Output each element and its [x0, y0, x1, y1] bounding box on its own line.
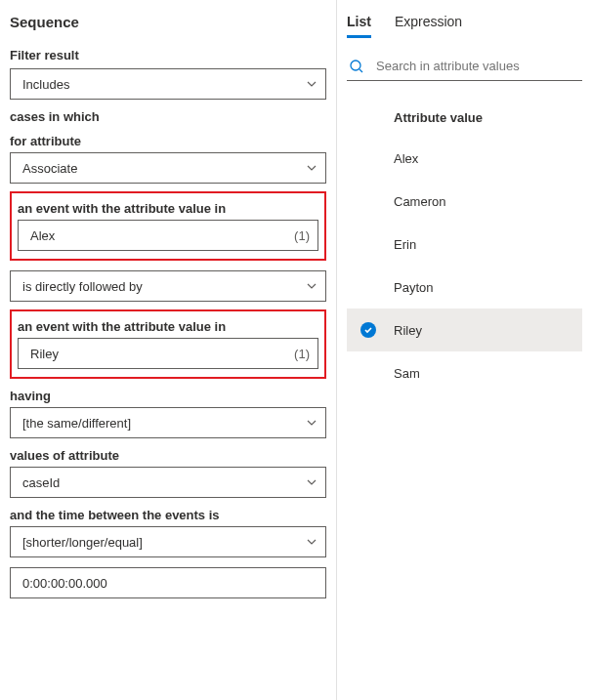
- attribute-item[interactable]: Sam: [347, 351, 582, 394]
- tab-expression[interactable]: Expression: [395, 14, 462, 38]
- search-input[interactable]: [374, 58, 580, 74]
- search-row: [347, 54, 582, 81]
- attribute-item[interactable]: Alex: [347, 137, 582, 180]
- for-attribute-value: Associate: [22, 161, 306, 176]
- having-select[interactable]: [the same/different]: [10, 407, 326, 438]
- sequence-title: Sequence: [10, 14, 326, 30]
- for-attribute-select[interactable]: Associate: [10, 152, 326, 184]
- time-value: 0:00:00:00.000: [22, 576, 107, 591]
- attribute-item[interactable]: Cameron: [347, 180, 582, 223]
- attribute-list: AlexCameronErinPaytonRileySam: [347, 137, 582, 394]
- event2-label: an event with the attribute value in: [18, 319, 318, 334]
- event2-select[interactable]: Riley (1): [18, 338, 318, 369]
- chevron-down-icon: [306, 78, 317, 90]
- event1-label: an event with the attribute value in: [18, 201, 318, 216]
- event1-select[interactable]: Alex (1): [18, 220, 318, 251]
- tab-list[interactable]: List: [347, 14, 371, 38]
- event1-group: an event with the attribute value in Ale…: [10, 191, 326, 261]
- filter-result-label: Filter result: [10, 48, 326, 62]
- chevron-down-icon: [306, 162, 317, 174]
- attribute-item-label: Erin: [394, 237, 416, 252]
- for-attribute-label: for attribute: [10, 134, 326, 148]
- values-attr-value: caseId: [22, 475, 306, 490]
- tabs: List Expression: [347, 14, 582, 38]
- chevron-down-icon: [306, 536, 317, 548]
- relation-value: is directly followed by: [22, 279, 306, 294]
- search-icon: [349, 59, 364, 74]
- attribute-item-label: Riley: [394, 323, 422, 338]
- event1-count: (1): [294, 228, 310, 243]
- having-value: [the same/different]: [22, 416, 306, 431]
- cases-label: cases in which: [10, 109, 326, 124]
- attribute-item-label: Payton: [394, 280, 433, 295]
- values-attr-select[interactable]: caseId: [10, 467, 326, 498]
- chevron-down-icon: [306, 280, 317, 292]
- event2-group: an event with the attribute value in Ril…: [10, 309, 326, 379]
- check-slot: [360, 322, 394, 338]
- attribute-item-label: Alex: [394, 151, 418, 166]
- filter-result-value: Includes: [22, 77, 306, 92]
- attribute-item-label: Sam: [394, 366, 420, 381]
- svg-point-0: [351, 61, 360, 70]
- time-comp-value: [shorter/longer/equal]: [22, 535, 306, 550]
- relation-select[interactable]: is directly followed by: [10, 270, 326, 302]
- values-attr-label: values of attribute: [10, 448, 326, 463]
- event1-value: Alex: [30, 228, 288, 243]
- event2-count: (1): [294, 347, 310, 361]
- attribute-value-header: Attribute value: [347, 104, 582, 131]
- attribute-item[interactable]: Riley: [347, 309, 582, 351]
- attribute-item[interactable]: Erin: [347, 223, 582, 266]
- chevron-down-icon: [306, 476, 317, 488]
- check-circle-icon: [360, 322, 376, 338]
- time-label: and the time between the events is: [10, 508, 326, 522]
- attribute-item[interactable]: Payton: [347, 266, 582, 309]
- having-label: having: [10, 389, 326, 403]
- chevron-down-icon: [306, 417, 317, 429]
- event2-value: Riley: [30, 347, 288, 361]
- time-value-input[interactable]: 0:00:00:00.000: [10, 567, 326, 598]
- svg-line-1: [359, 69, 362, 72]
- time-comp-select[interactable]: [shorter/longer/equal]: [10, 526, 326, 557]
- filter-result-select[interactable]: Includes: [10, 68, 326, 100]
- attribute-item-label: Cameron: [394, 194, 445, 209]
